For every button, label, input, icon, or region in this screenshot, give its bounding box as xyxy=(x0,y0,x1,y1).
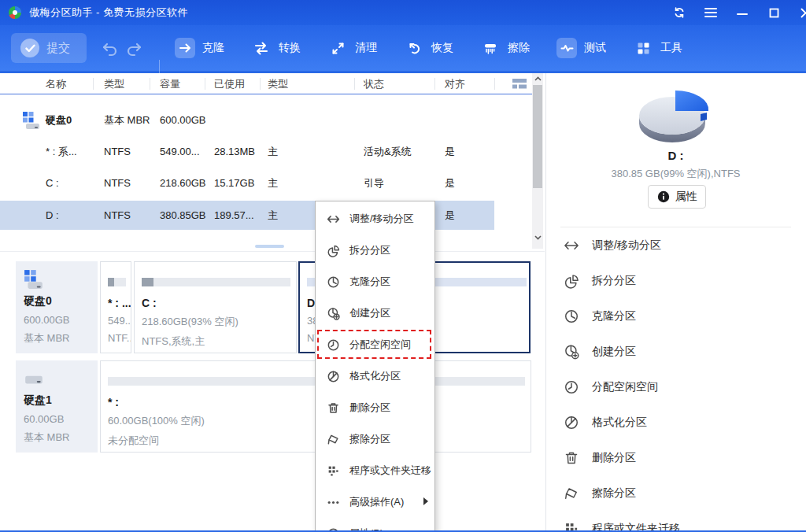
menu-item-wipe[interactable]: 擦除分区 xyxy=(316,423,434,455)
menu-item-clone[interactable]: 克隆分区 xyxy=(316,266,434,297)
menu-button[interactable] xyxy=(701,2,721,23)
sidebar-action-split[interactable]: 拆分分区 xyxy=(546,263,804,298)
menu-item-allocate-free-space[interactable]: 分配空闲空间 xyxy=(316,329,434,360)
cell-aligned: 是 xyxy=(445,201,455,230)
toolbar-recover-button[interactable]: 恢复 xyxy=(404,38,453,58)
sidebar-action-label: 调整/移动分区 xyxy=(592,238,661,253)
app-logo-icon xyxy=(8,6,22,20)
refresh-button[interactable] xyxy=(669,2,690,23)
toolbar-label: 测试 xyxy=(584,41,606,55)
disk0-name: 硬盘0 xyxy=(24,294,98,308)
disk0-scheme: 基本 MBR xyxy=(24,331,98,345)
menu-item-label: 擦除分区 xyxy=(349,432,390,446)
properties-label: 属性 xyxy=(675,190,697,204)
sidebar-action-allocate[interactable]: 分配空闲空间 xyxy=(546,369,804,405)
test-icon xyxy=(556,38,577,58)
table-row-system-partition[interactable]: * : 系... NTFS 549.00... 28.13MB 主 活动&系统 … xyxy=(0,136,532,168)
header-status[interactable]: 状态 xyxy=(364,73,384,94)
sidebar-action-migrate[interactable]: 程序或文件夹迁移 xyxy=(546,511,804,532)
cell-aligned: 是 xyxy=(445,136,455,168)
header-aligned[interactable]: 对齐 xyxy=(445,73,465,94)
split-partition-icon xyxy=(327,244,340,257)
toolbar-tools-button[interactable]: 工具 xyxy=(633,38,682,58)
resize-move-icon xyxy=(564,238,579,253)
disk1-name: 硬盘1 xyxy=(24,393,98,408)
clone-icon xyxy=(175,38,195,58)
toolbar-clone-button[interactable]: 克隆 xyxy=(175,38,224,58)
scroll-down-arrow[interactable] xyxy=(532,232,543,243)
header-name[interactable]: 名称 xyxy=(46,73,66,94)
disk1-card[interactable]: 硬盘1 60.00GB 基本 MBR xyxy=(16,360,98,453)
header-type[interactable]: 类型 xyxy=(268,73,288,94)
menu-item-create[interactable]: 创建分区 xyxy=(316,297,434,329)
disk0-capacity: 600.00GB xyxy=(24,314,98,326)
format-partition-icon xyxy=(327,370,340,383)
disk1-scheme: 基本 MBR xyxy=(24,430,98,445)
menu-item-format[interactable]: 格式化分区 xyxy=(316,360,434,392)
horizontal-scrollbar-thumb[interactable] xyxy=(255,245,284,248)
table-vertical-scrollbar[interactable] xyxy=(532,73,543,249)
wipe-partition-icon xyxy=(564,486,579,501)
menu-item-label: 删除分区 xyxy=(349,401,390,415)
submenu-arrow-icon xyxy=(423,497,428,505)
toolbar-convert-button[interactable]: 转换 xyxy=(251,38,301,58)
clone-partition-icon xyxy=(327,275,340,289)
allocate-free-space-icon xyxy=(327,338,340,352)
redo-button[interactable] xyxy=(126,42,143,57)
scrollbar-thumb[interactable] xyxy=(533,85,542,188)
table-row-c-drive[interactable]: C : NTFS 218.60GB 15.17GB 主 引导 是 xyxy=(0,168,532,199)
sidebar-action-label: 格式化分区 xyxy=(592,416,647,430)
header-used[interactable]: 已使用 xyxy=(214,73,245,94)
sidebar-action-resize-move[interactable]: 调整/移动分区 xyxy=(546,227,804,263)
toolbar-label: 工具 xyxy=(660,41,682,55)
submit-label: 提交 xyxy=(46,41,70,56)
sidebar-action-clone[interactable]: 克隆分区 xyxy=(546,298,804,334)
cell-capacity: 600.00GB xyxy=(160,105,206,136)
sidebar-action-format[interactable]: 格式化分区 xyxy=(546,405,804,440)
partition-block-system[interactable]: * : ... 549... NTF... xyxy=(100,261,131,353)
cell-type: 主 xyxy=(268,168,278,199)
menu-item-advanced[interactable]: 高级操作(A) xyxy=(316,486,434,518)
minimize-button[interactable] xyxy=(732,2,752,23)
content-top-border xyxy=(0,71,806,73)
cell-name: 硬盘0 xyxy=(46,105,72,136)
tools-icon xyxy=(633,38,653,58)
properties-button[interactable]: 属性 xyxy=(648,185,706,209)
toolbar-clean-button[interactable]: 清理 xyxy=(327,38,377,58)
toolbar-items: 克隆 转换 清理 xyxy=(175,25,682,71)
menu-item-resize-move[interactable]: 调整/移动分区 xyxy=(316,203,434,235)
selected-volume-info: 380.85 GB(99% 空闲),NTFS xyxy=(546,167,804,181)
toolbar-test-button[interactable]: 测试 xyxy=(556,38,606,58)
partition-block-c[interactable]: C : 218.60GB(93% 空闲) NTFS,系统,主 xyxy=(134,261,297,353)
erase-icon xyxy=(480,38,501,58)
cell-aligned: 是 xyxy=(445,168,455,199)
table-row-disk0[interactable]: 硬盘0 基本 MBR 600.00GB xyxy=(0,105,532,136)
disk0-card[interactable]: 硬盘0 600.00GB 基本 MBR xyxy=(16,261,98,353)
context-menu: 调整/移动分区 拆分分区 克隆分区 创建分区 分配空闲空间 格式化分区 xyxy=(315,201,435,532)
list-view-icon[interactable] xyxy=(512,78,527,90)
maximize-button[interactable] xyxy=(763,2,784,23)
menu-item-label: 分配空闲空间 xyxy=(349,338,411,352)
toolbar-erase-button[interactable]: 擦除 xyxy=(480,38,530,58)
close-button[interactable] xyxy=(795,2,806,23)
header-capacity[interactable]: 容量 xyxy=(160,73,180,94)
menu-item-label: 高级操作(A) xyxy=(349,495,404,509)
scroll-up-arrow[interactable] xyxy=(532,73,543,84)
info-icon xyxy=(657,190,670,203)
header-fs[interactable]: 类型 xyxy=(104,73,124,94)
menu-item-split[interactable]: 拆分分区 xyxy=(316,235,434,266)
menu-item-label: 调整/移动分区 xyxy=(349,212,414,226)
menu-item-label: 格式化分区 xyxy=(349,369,401,383)
submit-button[interactable]: 提交 xyxy=(11,33,87,63)
sidebar-action-create[interactable]: 创建分区 xyxy=(546,334,804,369)
cell-type: 主 xyxy=(268,201,278,230)
undo-button[interactable] xyxy=(101,42,118,57)
menu-item-delete[interactable]: 删除分区 xyxy=(316,392,434,423)
resize-move-icon xyxy=(327,212,340,226)
selected-volume-label: D : xyxy=(546,149,804,162)
app-migrate-icon xyxy=(327,464,340,478)
menu-item-migrate[interactable]: 程序或文件夹迁移 xyxy=(316,455,434,486)
sidebar-action-wipe[interactable]: 擦除分区 xyxy=(546,475,804,511)
sidebar-action-delete[interactable]: 删除分区 xyxy=(546,440,804,475)
sidebar-action-label: 擦除分区 xyxy=(592,486,636,501)
